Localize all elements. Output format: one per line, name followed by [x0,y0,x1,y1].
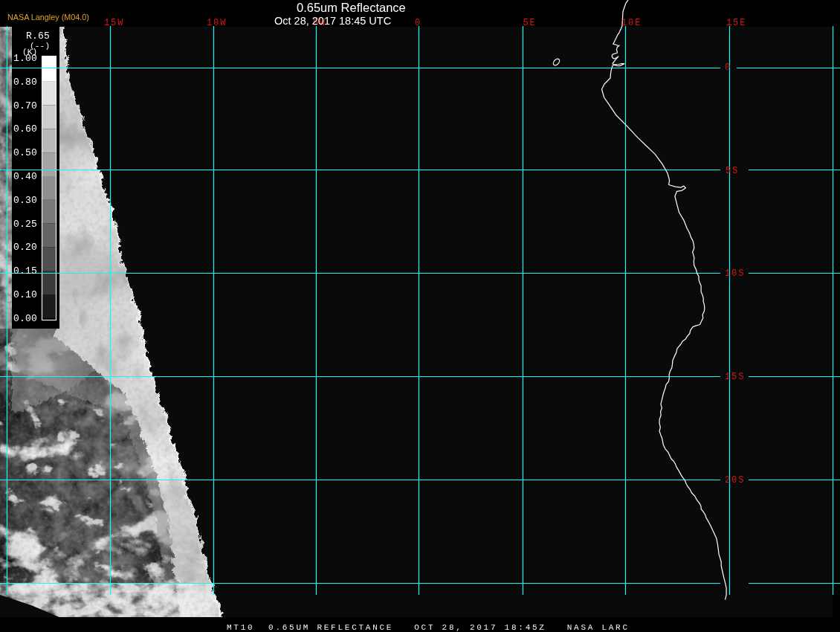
svg-text:10E: 10E [621,18,642,28]
svg-text:Oct 28, 2017 18:45 UTC: Oct 28, 2017 18:45 UTC [274,15,391,27]
svg-text:15S: 15S [725,372,745,382]
svg-text:10W: 10W [207,18,227,28]
svg-text:1.00: 1.00 [13,53,37,64]
svg-text:0.60: 0.60 [13,123,37,135]
svg-text:0.15: 0.15 [13,265,37,277]
svg-text:5E: 5E [523,18,537,28]
svg-text:0.00: 0.00 [13,313,37,324]
svg-text:20S: 20S [725,475,745,486]
svg-text:10S: 10S [725,268,745,279]
svg-text:0.80: 0.80 [13,77,37,88]
svg-text:NASA Langley (M04.0): NASA Langley (M04.0) [7,13,89,22]
svg-text:0.25: 0.25 [13,219,37,230]
svg-text:0.20: 0.20 [13,242,37,253]
svg-text:0.65um Reflectance: 0.65um Reflectance [297,1,406,14]
svg-text:0.50: 0.50 [13,147,37,158]
svg-text:0: 0 [725,62,731,73]
svg-text:0.30: 0.30 [13,195,37,206]
svg-text:0: 0 [415,18,421,28]
svg-text:5S: 5S [726,166,739,176]
svg-text:0.70: 0.70 [13,100,37,112]
svg-text:15E: 15E [726,18,746,28]
svg-text:MT10 0.65UM REFLECTANCE OCT: MT10 0.65UM REFLECTANCE OCT 28, 2017 18:… [227,623,630,632]
svg-text:0.40: 0.40 [13,171,37,182]
svg-text:R.65: R.65 [26,30,50,42]
svg-text:0.10: 0.10 [13,289,37,300]
svg-text:15W: 15W [104,18,124,28]
